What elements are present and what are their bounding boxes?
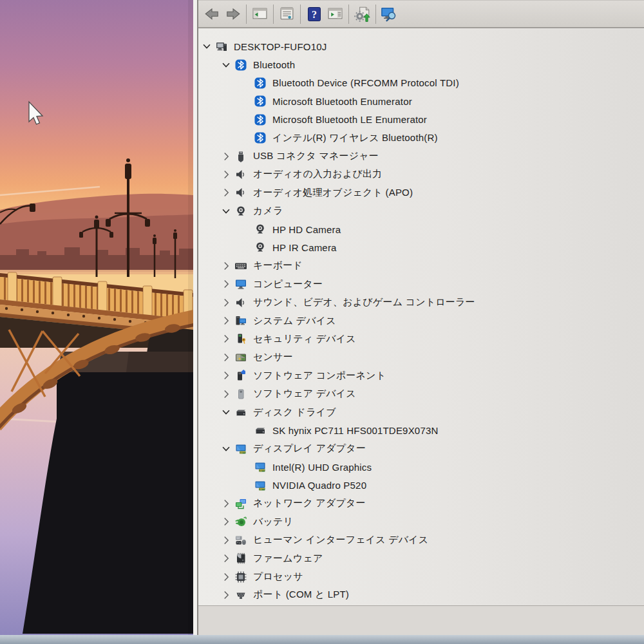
expand-chevron-icon[interactable] — [218, 260, 234, 272]
expand-chevron-icon[interactable] — [218, 186, 234, 199]
tree-item[interactable]: NVIDIA Quadro P520 — [198, 476, 644, 494]
tree-item[interactable]: センサー — [198, 348, 644, 366]
back-button[interactable] — [201, 3, 222, 25]
tree-item[interactable]: HP IR Camera — [198, 238, 644, 256]
tree-item[interactable]: Bluetooth — [198, 55, 644, 73]
tree-item[interactable]: Microsoft Bluetooth Enumerator — [198, 92, 644, 110]
tree-item-label: オーディオの入力および出力 — [253, 168, 382, 180]
tree-item[interactable]: バッテリ — [198, 513, 644, 531]
computer-icon — [215, 40, 228, 53]
tree-item[interactable]: オーディオ処理オブジェクト (APO) — [198, 184, 644, 202]
bluetooth-icon — [254, 95, 267, 108]
tree-item-label: バッテリ — [253, 516, 293, 528]
tree-item-label: カメラ — [253, 205, 283, 217]
audio-icon — [234, 296, 247, 309]
expand-chevron-icon[interactable] — [218, 515, 234, 528]
expand-chevron-icon[interactable] — [218, 369, 234, 382]
tree-item-label: オーディオ処理オブジェクト (APO) — [253, 187, 413, 199]
tree-item-label: セキュリティ デバイス — [253, 333, 356, 345]
help-button[interactable]: ? — [303, 3, 325, 25]
camera-icon — [234, 205, 247, 218]
forward-arrow-icon — [225, 6, 242, 23]
device-manager-window: ? — [193, 0, 644, 635]
firmware-icon — [234, 552, 247, 565]
forward-button[interactable] — [222, 3, 243, 25]
tree-item-label: ディスク ドライブ — [253, 406, 336, 419]
tree-item-label: ファームウェア — [253, 553, 323, 565]
collapse-chevron-icon[interactable] — [218, 205, 234, 218]
bluetooth-icon — [254, 131, 267, 144]
tree-item[interactable]: ポート (COM と LPT) — [198, 586, 644, 604]
expander-spacer — [237, 113, 254, 126]
tree-item[interactable]: セキュリティ デバイス — [198, 330, 644, 348]
expand-chevron-icon[interactable] — [218, 278, 234, 290]
display-icon — [254, 460, 267, 473]
properties-button[interactable] — [276, 3, 298, 25]
tree-item[interactable]: DESKTOP-FUFO10J — [198, 37, 644, 55]
tree-item[interactable]: カメラ — [198, 202, 644, 220]
expander-spacer — [237, 424, 254, 437]
screen: ? — [0, 0, 644, 644]
tree-item[interactable]: ディスプレイ アダプター — [198, 440, 644, 458]
keyboard-icon — [234, 260, 247, 272]
tree-item[interactable]: HP HD Camera — [198, 220, 644, 238]
tree-item-label: インテル(R) ワイヤレス Bluetooth(R) — [272, 132, 438, 144]
tree-item-label: サウンド、ビデオ、およびゲーム コントローラー — [253, 296, 475, 308]
tree-item-label: NVIDIA Quadro P520 — [272, 480, 366, 491]
expand-chevron-icon[interactable] — [218, 589, 234, 601]
tree-item[interactable]: Bluetooth Device (RFCOMM Protocol TDI) — [198, 74, 644, 92]
tree-item-label: Microsoft Bluetooth Enumerator — [272, 96, 412, 107]
desktop-wallpaper — [0, 0, 193, 635]
collapse-chevron-icon[interactable] — [198, 40, 215, 53]
show-console-tree-button[interactable] — [249, 3, 270, 25]
collapse-chevron-icon[interactable] — [218, 59, 234, 71]
collapse-chevron-icon[interactable] — [218, 442, 234, 455]
toolbar-separator — [246, 5, 247, 24]
tree-item[interactable]: USB コネクタ マネージャー — [198, 147, 644, 165]
security-icon — [234, 332, 247, 345]
expand-chevron-icon[interactable] — [218, 552, 234, 565]
tree-item-label: DESKTOP-FUFO10J — [234, 41, 327, 52]
expand-chevron-icon[interactable] — [218, 534, 234, 547]
expand-chevron-icon[interactable] — [218, 351, 234, 364]
tree-item[interactable]: Microsoft Bluetooth LE Enumerator — [198, 111, 644, 129]
tree-item-label: HP HD Camera — [272, 224, 341, 235]
expand-chevron-icon[interactable] — [218, 497, 234, 510]
expand-chevron-icon[interactable] — [218, 314, 234, 327]
expander-spacer — [237, 131, 254, 144]
expand-chevron-icon[interactable] — [218, 332, 234, 345]
expand-chevron-icon[interactable] — [218, 168, 234, 181]
processor-icon — [234, 571, 247, 583]
tree-item-label: SK hynix PC711 HFS001TDE9X073N — [272, 425, 439, 436]
tree-item-label: システム デバイス — [253, 315, 336, 327]
tree-item[interactable]: ソフトウェア デバイス — [198, 384, 644, 402]
tree-item[interactable]: サウンド、ビデオ、およびゲーム コントローラー — [198, 293, 644, 311]
expand-chevron-icon[interactable] — [218, 296, 234, 309]
tree-item[interactable]: ソフトウェア コンポーネント — [198, 366, 644, 384]
expand-chevron-icon[interactable] — [218, 571, 234, 583]
tree-item[interactable]: ファームウェア — [198, 549, 644, 567]
tree-item[interactable]: システム デバイス — [198, 312, 644, 330]
tree-item[interactable]: ネットワーク アダプター — [198, 495, 644, 513]
tree-item-label: Intel(R) UHD Graphics — [272, 462, 372, 473]
tree-item[interactable]: キーボード — [198, 257, 644, 275]
tree-item[interactable]: Intel(R) UHD Graphics — [198, 458, 644, 476]
show-action-pane-button[interactable] — [325, 3, 346, 25]
tree-item[interactable]: オーディオの入力および出力 — [198, 166, 644, 184]
collapse-chevron-icon[interactable] — [218, 406, 234, 419]
scan-hardware-changes-button[interactable] — [352, 3, 373, 25]
expand-chevron-icon[interactable] — [218, 150, 234, 163]
remote-computer-search-button[interactable] — [379, 3, 400, 25]
expander-spacer — [237, 241, 254, 254]
tree-item[interactable]: SK hynix PC711 HFS001TDE9X073N — [198, 421, 644, 439]
expand-chevron-icon[interactable] — [218, 388, 234, 401]
properties-icon — [279, 6, 295, 22]
tree-item[interactable]: ヒューマン インターフェイス デバイス — [198, 531, 644, 549]
tree-item[interactable]: コンピューター — [198, 275, 644, 293]
software-device-icon — [234, 388, 247, 401]
tree-item-label: ソフトウェア コンポーネント — [253, 370, 386, 382]
tree-item[interactable]: インテル(R) ワイヤレス Bluetooth(R) — [198, 129, 644, 147]
tree-item[interactable]: ディスク ドライブ — [198, 403, 644, 421]
screen-bottom-edge — [0, 635, 644, 644]
tree-item[interactable]: プロセッサ — [198, 567, 644, 585]
